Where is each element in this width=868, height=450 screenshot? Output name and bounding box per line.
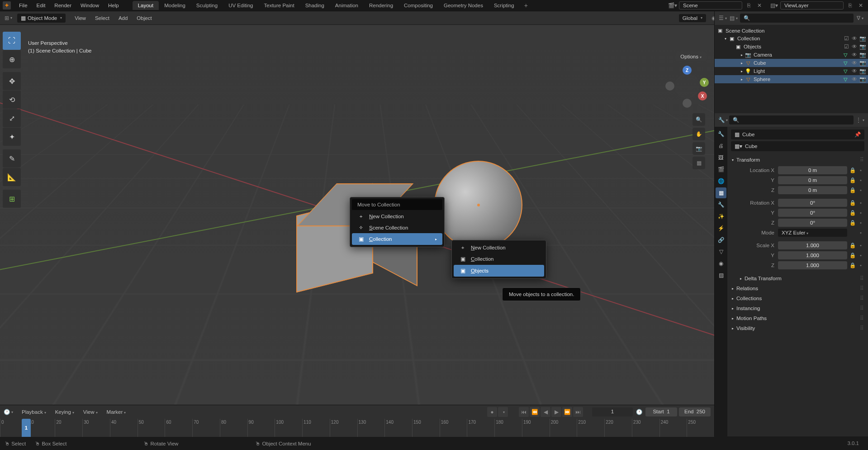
gizmo-x-axis-icon[interactable]: X [698,91,707,101]
play-icon[interactable]: ▶ [551,407,561,417]
sub-item-objects[interactable]: ▣Objects [454,265,544,277]
tab-sculpting[interactable]: Sculpting [191,1,223,10]
cursor-tool-icon[interactable]: ⊕ [3,50,21,68]
camera-view-icon[interactable]: 📷 [693,142,705,155]
viewport-menu-add[interactable]: Add [114,14,132,23]
collection-label[interactable]: Collection [737,36,841,41]
playhead[interactable]: 1 [22,419,31,437]
rotation-x-field[interactable]: 0° [778,199,847,207]
ctx-item-new-collection[interactable]: +New Collection [352,211,442,222]
panel-motion-paths[interactable]: ▸Motion Paths⠿ [731,313,864,323]
timeline-menu-playback[interactable]: Playback [17,407,51,416]
tab-scripting[interactable]: Scripting [489,1,520,10]
timeline-menu-marker[interactable]: Marker [102,407,131,416]
render-tab-icon[interactable]: 🔧 [716,129,726,139]
properties-search-input[interactable]: 🔍 [729,115,854,124]
particle-tab-icon[interactable]: ✨ [716,211,726,222]
select-box-tool-icon[interactable]: ⛶ [3,32,21,50]
tab-geometry-nodes[interactable]: Geometry Nodes [438,1,489,10]
new-scene-icon[interactable]: ⎘ [744,1,753,10]
location-x-field[interactable]: 0 m [778,166,847,174]
navigation-gizmo[interactable]: Z Y X [669,68,705,104]
orientation-dropdown[interactable]: Global [679,14,706,22]
rotation-z-field[interactable]: 0° [778,219,847,227]
outliner-search-input[interactable]: 🔍 [740,14,854,23]
scale-tool-icon[interactable]: ⤢ [3,109,21,127]
panel-collections[interactable]: ▸Collections⠿ [731,293,864,303]
outliner-item-light[interactable]: ▸💡Light▽👁📷 [715,67,868,75]
tab-uv-editing[interactable]: UV Editing [223,1,258,10]
tab-compositing[interactable]: Compositing [398,1,438,10]
menu-help[interactable]: Help [104,1,123,10]
scale-y-field[interactable]: 1.000 [778,251,847,259]
modifier-tab-icon[interactable]: 🔧 [716,199,726,210]
location-z-field[interactable]: 0 m [778,186,847,194]
sphere-object[interactable] [434,161,522,249]
sub-item-collection[interactable]: ▣Collection [454,253,544,265]
constraint-tab-icon[interactable]: 🔗 [716,235,726,245]
ctx-item-collection[interactable]: ▣Collection▸ [352,233,442,245]
blender-logo-icon[interactable]: ✦ [3,1,11,10]
menu-file[interactable]: File [14,1,32,10]
outliner-item-camera[interactable]: ▸📷Camera▽👁📷 [715,51,868,59]
new-layer-icon[interactable]: ⎘ [845,1,854,10]
move-tool-icon[interactable]: ✥ [3,72,21,90]
object-name-field[interactable]: ▦▾ Cube [731,141,864,151]
keying-set-icon[interactable] [498,407,508,417]
rotation-y-field[interactable]: 0° [778,209,847,217]
property-breadcrumb[interactable]: ▦ Cube📌 [731,129,864,139]
physics-tab-icon[interactable]: ⚡ [716,223,726,234]
outliner-tree[interactable]: ▣ Scene Collection ▾ ▣ Collection ☑👁📷 ▣ … [715,25,868,113]
frame-lock-icon[interactable]: 🕐 [635,407,644,416]
toggle-perspective-icon[interactable]: ▦ [693,157,705,169]
panel-relations[interactable]: ▸Relations⠿ [731,283,864,293]
menu-edit[interactable]: Edit [32,1,50,10]
scale-z-field[interactable]: 1.000 [778,261,847,269]
transform-tool-icon[interactable]: ✦ [3,128,21,146]
layer-icon[interactable]: ▤▾ [769,1,778,10]
timeline-menu-view[interactable]: View [79,407,102,416]
viewport-menu-select[interactable]: Select [90,14,114,23]
viewport-menu-view[interactable]: View [70,14,90,23]
timeline-editor-icon[interactable]: 🕐 [4,407,13,416]
object-tab-icon[interactable]: ▦ [716,187,726,198]
outliner-display-icon[interactable]: ▤ [729,14,738,23]
tab-texture-paint[interactable]: Texture Paint [259,1,300,10]
outliner-item-cube[interactable]: ▸▽Cube▽👁📷 [715,59,868,67]
gizmo-y-axis-icon[interactable]: Y [700,78,709,87]
current-frame-field[interactable]: 1 [592,407,633,416]
material-tab-icon[interactable]: ◉ [716,258,726,269]
panel-visibility[interactable]: ▸Visibility⠿ [731,323,864,333]
gizmo-z-axis-icon[interactable]: Z [683,66,692,75]
gizmo-neg-axis2-icon[interactable] [683,99,692,108]
location-y-field[interactable]: 0 m [778,176,847,184]
annotate-tool-icon[interactable]: ✎ [3,149,21,168]
rotate-tool-icon[interactable]: ⟲ [3,91,21,109]
scene-icon[interactable]: 🎬▾ [668,1,677,10]
measure-tool-icon[interactable]: 📐 [3,168,21,186]
play-reverse-icon[interactable]: ◀ [541,407,550,417]
data-tab-icon[interactable]: ▽ [716,246,726,257]
jump-end-icon[interactable]: ⏭ [573,407,583,417]
sub-item-new-collection[interactable]: +New Collection [454,242,544,253]
world-tab-icon[interactable]: 🌐 [716,176,726,187]
outliner-filter-icon[interactable]: ∇ [855,14,864,23]
tab-layout[interactable]: Layout [133,1,159,10]
transform-panel-header[interactable]: ▾Transform⠿ [731,155,864,165]
panel-delta-transform[interactable]: ▸Delta Transform⠿ [731,273,864,283]
output-tab-icon[interactable]: 🖨 [716,140,726,151]
jump-start-icon[interactable]: ⏮ [519,407,529,417]
tab-modeling[interactable]: Modeling [159,1,191,10]
prev-key-icon[interactable]: ⏪ [530,407,540,417]
tab-animation[interactable]: Animation [330,1,364,10]
viewlayer-tab-icon[interactable]: 🖼 [716,152,726,163]
texture-tab-icon[interactable]: ▨ [716,270,726,281]
next-key-icon[interactable]: ⏩ [562,407,572,417]
delete-scene-icon[interactable]: ✕ [755,1,764,10]
3d-viewport[interactable]: User Perspective (1) Scene Collection | … [0,25,714,405]
start-frame-field[interactable]: Start 1 [645,407,677,416]
scene-tab-icon[interactable]: 🎬 [716,164,726,175]
viewport-menu-object[interactable]: Object [132,14,156,23]
end-frame-field[interactable]: End 250 [679,407,711,416]
outliner-item-sphere[interactable]: ▸▽Sphere▽👁📷 [715,75,868,83]
